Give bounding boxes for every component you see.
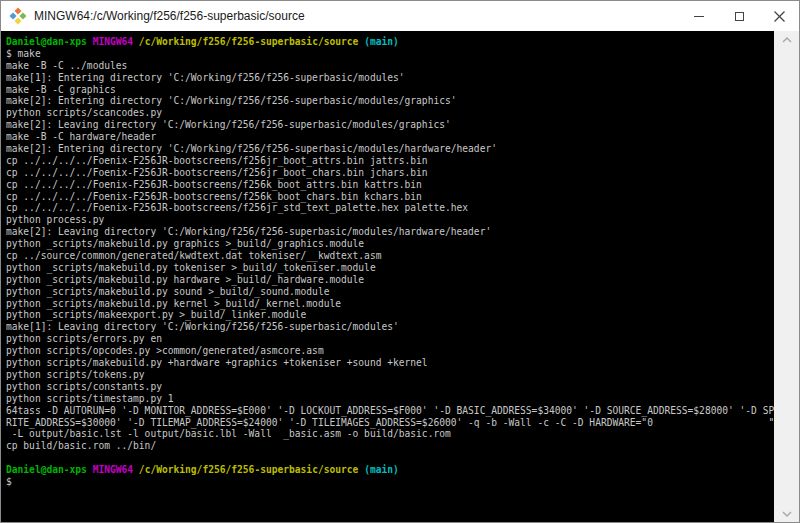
close-button[interactable] bbox=[759, 1, 799, 31]
minimize-icon bbox=[694, 16, 704, 17]
chevron-up-icon bbox=[782, 37, 792, 43]
terminal-line: $ bbox=[6, 476, 774, 488]
terminal-line: cp ../source/common/generated/kwdtext.da… bbox=[6, 250, 774, 262]
title-bar[interactable]: MINGW64:/c/Working/f256/f256-superbasic/… bbox=[1, 1, 799, 31]
terminal-line: python scripts/timestamp.py 1 bbox=[6, 393, 774, 405]
terminal-line: 64tass -D AUTORUN=0 '-D MONITOR_ADDRESS=… bbox=[6, 405, 774, 417]
terminal-output: Daniel@dan-xps MINGW64 /c/Working/f256/f… bbox=[6, 36, 774, 488]
terminal-line: cp build/basic.rom ../bin/ bbox=[6, 440, 774, 452]
terminal-line: $ make bbox=[6, 48, 774, 60]
terminal-window: MINGW64:/c/Working/f256/f256-superbasic/… bbox=[0, 0, 800, 523]
terminal-line: make[2]: Entering directory 'C:/Working/… bbox=[6, 143, 774, 155]
terminal-line: python scripts/makebuild.py +hardware +g… bbox=[6, 357, 774, 369]
terminal-line: python scripts/tokens.py bbox=[6, 369, 774, 381]
scroll-down-button[interactable] bbox=[774, 505, 799, 522]
terminal-line: make -B -C ../modules bbox=[6, 60, 774, 72]
terminal-line: python process.py bbox=[6, 214, 774, 226]
terminal-line: RITE_ADDRESS=$30000' '-D TILEMAP_ADDRESS… bbox=[6, 417, 774, 429]
terminal-line: -L output/basic.lst -l output/basic.lbl … bbox=[6, 428, 774, 440]
scroll-up-button[interactable] bbox=[774, 31, 799, 48]
terminal-body[interactable]: Daniel@dan-xps MINGW64 /c/Working/f256/f… bbox=[1, 31, 774, 522]
terminal-line: cp ../../../../Foenix-F256JR-bootscreens… bbox=[6, 167, 774, 179]
terminal-line bbox=[6, 452, 774, 464]
maximize-button[interactable] bbox=[719, 1, 759, 31]
terminal-line: Daniel@dan-xps MINGW64 /c/Working/f256/f… bbox=[6, 464, 774, 476]
terminal-line: python _scripts/makeexport.py >_build/_l… bbox=[6, 309, 774, 321]
terminal-line: make[1]: Leaving directory 'C:/Working/f… bbox=[6, 321, 774, 333]
terminal-line: python scripts/errors.py en bbox=[6, 333, 774, 345]
terminal-line: cp ../../../../Foenix-F256JR-bootscreens… bbox=[6, 179, 774, 191]
scrollbar-track[interactable] bbox=[774, 48, 799, 505]
terminal-line: python _scripts/makebuild.py tokeniser >… bbox=[6, 262, 774, 274]
scrollbar[interactable] bbox=[774, 31, 799, 522]
terminal-line: cp ../../../../Foenix-F256JR-bootscreens… bbox=[6, 155, 774, 167]
terminal-line: make -B -C graphics bbox=[6, 84, 774, 96]
terminal-line: cp ../../../../Foenix-F256JR-bootscreens… bbox=[6, 202, 774, 214]
terminal-line: python _scripts/makebuild.py sound >_bui… bbox=[6, 286, 774, 298]
chevron-down-icon bbox=[782, 511, 792, 517]
terminal-line: python scripts/constants.py bbox=[6, 381, 774, 393]
terminal-line: make[2]: Leaving directory 'C:/Working/f… bbox=[6, 226, 774, 238]
close-icon bbox=[774, 11, 785, 22]
minimize-button[interactable] bbox=[679, 1, 719, 31]
terminal-line: python _scripts/makebuild.py kernel >_bu… bbox=[6, 298, 774, 310]
terminal-line: make[1]: Entering directory 'C:/Working/… bbox=[6, 72, 774, 84]
terminal-line: Daniel@dan-xps MINGW64 /c/Working/f256/f… bbox=[6, 36, 774, 48]
terminal-line: make[2]: Leaving directory 'C:/Working/f… bbox=[6, 119, 774, 131]
terminal-line: cp ../../../../Foenix-F256JR-bootscreens… bbox=[6, 191, 774, 203]
terminal-line: make[2]: Entering directory 'C:/Working/… bbox=[6, 95, 774, 107]
maximize-icon bbox=[735, 12, 744, 21]
window-title: MINGW64:/c/Working/f256/f256-superbasic/… bbox=[34, 9, 679, 23]
terminal-line: python scripts/opcodes.py >common/genera… bbox=[6, 345, 774, 357]
terminal-line: make -B -C hardware/header bbox=[6, 131, 774, 143]
terminal-line: python scripts/scancodes.py bbox=[6, 107, 774, 119]
terminal-line: python _scripts/makebuild.py graphics >_… bbox=[6, 238, 774, 250]
app-icon bbox=[10, 8, 26, 24]
terminal-line: python _scripts/makebuild.py hardware >_… bbox=[6, 274, 774, 286]
